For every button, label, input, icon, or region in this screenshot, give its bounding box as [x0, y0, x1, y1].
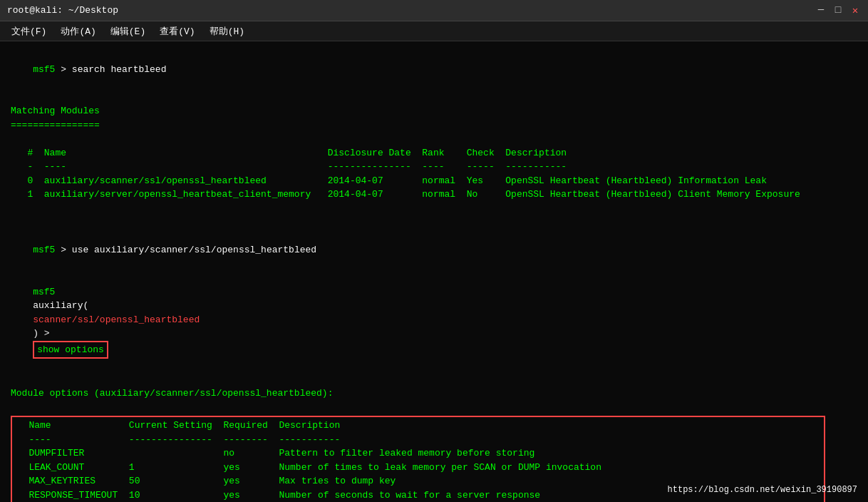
menu-view[interactable]: 查看(V) — [154, 23, 200, 40]
table-row-1: 1 auxiliary/server/openssl_heartbeat_cli… — [11, 188, 857, 202]
titlebar-title: root@kali: ~/Desktop — [7, 5, 118, 16]
cmd-search: msf5 > search heartbleed — [11, 48, 857, 91]
bottom-url: https://blog.csdn.net/weixin_39190897 — [668, 483, 857, 496]
terminal[interactable]: msf5 > search heartbleed Matching Module… — [0, 41, 868, 502]
titlebar-controls: ─ □ ✕ — [815, 4, 861, 16]
prompt-msf: msf5 — [33, 64, 61, 75]
menu-edit[interactable]: 编辑(E) — [105, 23, 151, 40]
menu-action[interactable]: 动作(A) — [55, 23, 101, 40]
menu-help[interactable]: 帮助(H) — [204, 23, 250, 40]
matching-modules-sep: ================ — [11, 118, 857, 133]
minimize-button[interactable]: ─ — [815, 4, 827, 16]
options-col-sep: ---- --------------- -------- ----------… — [12, 433, 824, 447]
cmd-show-options: msf5 auxiliary( scanner/ssl/openssl_hear… — [11, 271, 857, 373]
matching-modules-header: Matching Modules — [11, 104, 857, 118]
menu-file[interactable]: 文件(F) — [6, 23, 52, 40]
table-col-header: # Name Disclosure Date Rank Check Descri… — [11, 146, 857, 160]
cmd-use: msf5 > use auxiliary/scanner/ssl/openssl… — [11, 230, 857, 272]
module-name-inline: scanner/ssl/openssl_heartbleed — [33, 314, 200, 325]
table-col-sep: - ---- --------------- ---- ----- ------… — [11, 160, 857, 174]
show-options-highlighted: show options — [33, 341, 108, 359]
opt-leak-count: LEAK_COUNT 1 yes Number of times to leak… — [12, 461, 824, 475]
menubar: 文件(F) 动作(A) 编辑(E) 查看(V) 帮助(H) — [0, 21, 868, 41]
table-row-0: 0 auxiliary/scanner/ssl/openssl_heartble… — [11, 174, 857, 188]
close-button[interactable]: ✕ — [849, 4, 861, 16]
opt-dumpfilter: DUMPFILTER no Pattern to filter leaked m… — [12, 446, 824, 461]
options-col-header: Name Current Setting Required Descriptio… — [12, 419, 824, 433]
module-options-heading: Module options (auxiliary/scanner/ssl/op… — [11, 386, 857, 401]
titlebar: root@kali: ~/Desktop ─ □ ✕ — [0, 0, 868, 21]
maximize-button[interactable]: □ — [832, 4, 844, 16]
